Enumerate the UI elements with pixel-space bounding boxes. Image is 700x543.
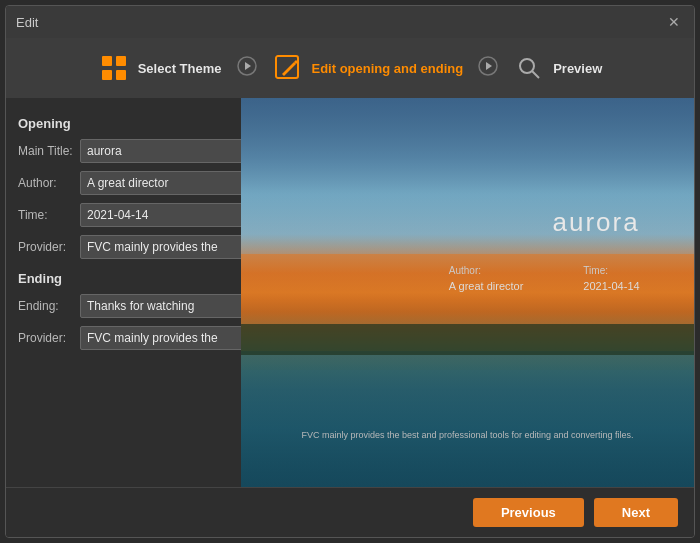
step-preview[interactable]: Preview bbox=[513, 52, 602, 84]
edit-icon bbox=[272, 52, 304, 84]
svg-rect-1 bbox=[116, 56, 126, 66]
ending-provider-input[interactable] bbox=[80, 326, 241, 350]
preview-author-col: Author: A great director bbox=[449, 265, 524, 292]
preview-time-col: Time: 2021-04-14 bbox=[583, 265, 639, 292]
preview-meta: Author: A great director Time: 2021-04-1… bbox=[449, 265, 640, 292]
svg-rect-2 bbox=[102, 70, 112, 80]
svg-marker-5 bbox=[245, 62, 251, 70]
preview-overlay: aurora Author: A great director Time: 20… bbox=[241, 98, 694, 487]
preview-author-val: A great director bbox=[449, 280, 524, 292]
author-label: Author: bbox=[18, 176, 80, 190]
title-bar: Edit ✕ bbox=[6, 6, 694, 38]
content-area: Opening Main Title: Author: Time: Provid… bbox=[6, 98, 694, 487]
svg-rect-6 bbox=[276, 56, 298, 78]
svg-point-9 bbox=[520, 59, 534, 73]
preview-icon bbox=[513, 52, 545, 84]
toolbar: Select Theme Edit opening and ending bbox=[6, 38, 694, 98]
opening-section-label: Opening bbox=[18, 116, 229, 131]
step1-label: Select Theme bbox=[138, 61, 222, 76]
author-input[interactable] bbox=[80, 171, 241, 195]
preview-main-title: aurora bbox=[552, 207, 639, 238]
right-panel: aurora Author: A great director Time: 20… bbox=[241, 98, 694, 487]
main-title-row: Main Title: bbox=[18, 139, 229, 163]
main-title-input[interactable] bbox=[80, 139, 241, 163]
author-row: Author: bbox=[18, 171, 229, 195]
next-button[interactable]: Next bbox=[594, 498, 678, 527]
time-label: Time: bbox=[18, 208, 80, 222]
close-button[interactable]: ✕ bbox=[664, 13, 684, 31]
edit-window: Edit ✕ Select Theme bbox=[5, 5, 695, 538]
ending-provider-label: Provider: bbox=[18, 331, 80, 345]
svg-rect-3 bbox=[116, 70, 126, 80]
svg-marker-8 bbox=[486, 62, 492, 70]
window-title: Edit bbox=[16, 15, 38, 30]
ending-provider-row: Provider: bbox=[18, 326, 229, 350]
sep2 bbox=[478, 56, 498, 81]
left-panel: Opening Main Title: Author: Time: Provid… bbox=[6, 98, 241, 487]
preview-footer-text: FVC mainly provides the best and profess… bbox=[301, 430, 633, 440]
ending-label: Ending: bbox=[18, 299, 80, 313]
theme-icon bbox=[98, 52, 130, 84]
ending-section-label: Ending bbox=[18, 271, 229, 286]
step2-label: Edit opening and ending bbox=[312, 61, 464, 76]
ending-input[interactable] bbox=[80, 294, 241, 318]
preview-time-val: 2021-04-14 bbox=[583, 280, 639, 292]
svg-line-10 bbox=[532, 71, 539, 78]
provider-input[interactable] bbox=[80, 235, 241, 259]
footer: Previous Next bbox=[6, 487, 694, 537]
step-edit-opening-ending[interactable]: Edit opening and ending bbox=[272, 52, 464, 84]
sep1 bbox=[237, 56, 257, 81]
main-title-label: Main Title: bbox=[18, 144, 80, 158]
svg-rect-0 bbox=[102, 56, 112, 66]
step-select-theme[interactable]: Select Theme bbox=[98, 52, 222, 84]
ending-row: Ending: bbox=[18, 294, 229, 318]
previous-button[interactable]: Previous bbox=[473, 498, 584, 527]
preview-image: aurora Author: A great director Time: 20… bbox=[241, 98, 694, 487]
provider-row: Provider: bbox=[18, 235, 229, 259]
time-input[interactable] bbox=[80, 203, 241, 227]
provider-label: Provider: bbox=[18, 240, 80, 254]
preview-author-key: Author: bbox=[449, 265, 524, 276]
step3-label: Preview bbox=[553, 61, 602, 76]
preview-time-key: Time: bbox=[583, 265, 639, 276]
time-row: Time: bbox=[18, 203, 229, 227]
